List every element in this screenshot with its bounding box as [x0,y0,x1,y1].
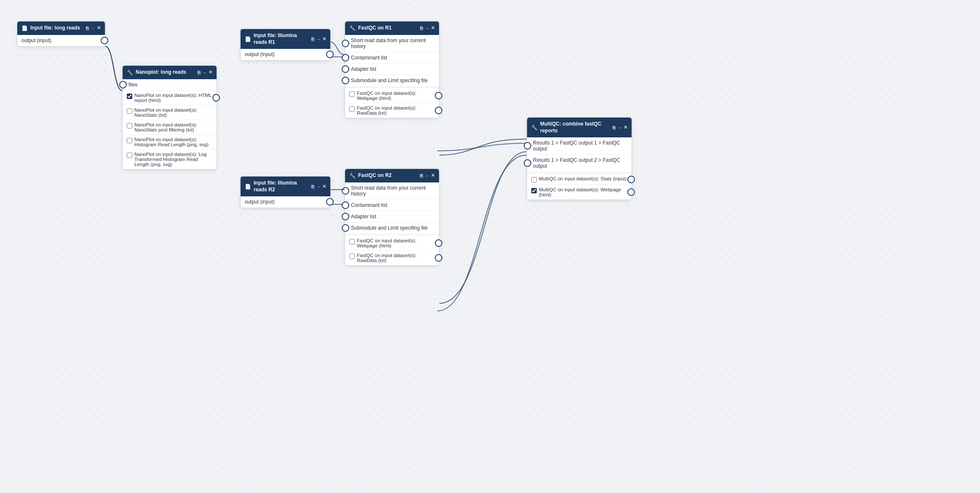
node-fastqc-r2-body: Short read data from your current histor… [345,182,439,265]
fastqc-r1-output-2: FastQC on input dataset(s): RawData (txt… [345,103,439,118]
node-nanoplot-header: 🔧 Nanoplot: long reads ⎘ → ✕ [123,66,217,79]
nanoplot-input-files-label: files [129,82,137,88]
fastqc-r2-input-2: Contaminant list [345,200,439,211]
arrow-icon-multiqc[interactable]: → [617,125,622,130]
node-input-illumina-r1-body: output (input) [241,49,330,60]
multiqc-input-2-label: Results 1 > FastQC output 2 > FastQC out… [533,157,627,169]
nanoplot-check-1[interactable] [127,94,132,99]
fastqc-r2-input-1: Short read data from your current histor… [345,182,439,200]
close-icon-fastqc-r1[interactable]: ✕ [431,25,435,31]
node-fastqc-r1: 🔧 FastQC on R1 ⎘ → ✕ Short read data fro… [345,21,439,118]
close-icon[interactable]: ✕ [97,25,101,31]
copy-icon-fastqc-r2[interactable]: ⎘ [420,173,423,178]
node-input-long-reads-title: Input file: long reads [30,25,83,32]
node-multiqc-header: 🔧 MultiQC: combine fastQC reports ⎘ → ✕ [527,118,632,137]
fastqc-r1-input-1-label: Short read data from your current histor… [351,38,435,49]
nanoplot-check-5[interactable] [127,153,132,158]
arrow-icon[interactable]: → [91,26,95,31]
node-fastqc-r2: 🔧 FastQC on R2 ⎘ → ✕ Short read data fro… [345,169,439,266]
output-label-illumina-r2: output (input) [245,199,275,205]
close-icon-nanoplot[interactable]: ✕ [209,70,212,75]
nanoplot-output-4-label: NanoPlot on input dataset(s): Histogram … [134,137,212,147]
fastqc-r2-check-1[interactable] [349,239,355,244]
tool-icon-fastqc-r2: 🔧 [349,173,356,179]
node-input-long-reads: 📄 Input file: long reads ⎘ → ✕ output (i… [17,21,105,47]
tool-icon-multiqc: 🔧 [531,125,538,131]
node-input-illumina-r2-actions[interactable]: ⎘ → ✕ [311,184,326,189]
node-fastqc-r2-header: 🔧 FastQC on R2 ⎘ → ✕ [345,169,439,182]
node-input-illumina-r1-title: Input file: Illumina reads R1 [254,32,309,46]
close-icon-r1[interactable]: ✕ [322,36,326,42]
node-fastqc-r1-actions[interactable]: ⎘ → ✕ [420,25,435,31]
multiqc-output-1: MultiQC on input dataset(s): Stats (inpu… [527,174,632,185]
node-fastqc-r2-actions[interactable]: ⎘ → ✕ [420,173,435,178]
copy-icon-r2[interactable]: ⎘ [311,184,314,189]
fastqc-r1-input-2: Contaminant list [345,52,439,64]
node-multiqc-actions[interactable]: ⎘ → ✕ [613,125,627,130]
node-nanoplot-body: files NanoPlot on input dataset(s): HTML… [123,79,217,169]
multiqc-output-2-label: MultiQC on input dataset(s): Webpage (ht… [539,187,627,197]
node-fastqc-r1-header: 🔧 FastQC on R1 ⎘ → ✕ [345,21,439,35]
copy-icon-nanoplot[interactable]: ⎘ [198,70,201,75]
node-input-long-reads-header: 📄 Input file: long reads ⎘ → ✕ [17,21,105,35]
multiqc-check-1[interactable] [531,177,537,182]
node-nanoplot: 🔧 Nanoplot: long reads ⎘ → ✕ files NanoP… [122,65,217,170]
nanoplot-output-2-label: NanoPlot on input dataset(s): NanoStats … [134,107,212,118]
close-icon-multiqc[interactable]: ✕ [624,125,627,130]
fastqc-r1-check-2[interactable] [349,106,355,112]
node-input-long-reads-body: output (input) [17,35,105,46]
fastqc-r1-check-1[interactable] [349,91,355,97]
output-label-illumina-r1: output (input) [245,51,275,57]
fastqc-r1-output-2-label: FastQC on input dataset(s): RawData (txt… [357,105,435,115]
fastqc-r2-input-2-label: Contaminant list [351,202,387,208]
nanoplot-output-5: NanoPlot on input dataset(s): Log Transf… [123,150,217,169]
multiqc-output-2: MultiQC on input dataset(s): Webpage (ht… [527,185,632,200]
nanoplot-output-5-label: NanoPlot on input dataset(s): Log Transf… [134,152,212,167]
node-fastqc-r1-title: FastQC on R1 [358,25,418,32]
node-input-long-reads-actions[interactable]: ⎘ → ✕ [86,25,101,31]
fastqc-r2-output-2: FastQC on input dataset(s): RawData (txt… [345,251,439,265]
copy-icon-multiqc[interactable]: ⎘ [613,125,616,130]
output-row-illumina-r2: output (input) [241,196,330,208]
multiqc-input-2: Results 1 > FastQC output 2 > FastQC out… [527,155,632,172]
output-label-long-reads: output (input) [21,38,51,43]
nanoplot-output-3-label: NanoPlot on input dataset(s): NanoStats … [134,122,212,132]
nanoplot-output-1: NanoPlot on input dataset(s): HTML repor… [123,91,217,105]
copy-icon[interactable]: ⎘ [86,26,89,31]
close-icon-r2[interactable]: ✕ [322,184,326,189]
arrow-icon-r1[interactable]: → [316,37,321,42]
node-fastqc-r2-title: FastQC on R2 [358,172,418,179]
fastqc-r1-input-1: Short read data from your current histor… [345,35,439,52]
multiqc-output-1-label: MultiQC on input dataset(s): Stats (inpu… [539,176,627,181]
nanoplot-check-2[interactable] [127,108,132,114]
fastqc-r1-output-1: FastQC on input dataset(s): Webpage (htm… [345,88,439,103]
node-input-illumina-r2-header: 📄 Input file: Illumina reads R2 ⎘ → ✕ [241,177,330,196]
copy-icon-r1[interactable]: ⎘ [311,37,314,42]
fastqc-r2-input-3: Adapter list [345,211,439,222]
multiqc-check-2[interactable] [531,188,537,193]
arrow-icon-nanoplot[interactable]: → [202,70,207,75]
arrow-icon-fastqc-r1[interactable]: → [425,26,429,31]
copy-icon-fastqc-r1[interactable]: ⎘ [420,26,423,31]
fastqc-r2-check-2[interactable] [349,254,355,259]
file-icon-r1: 📄 [245,36,251,42]
node-nanoplot-actions[interactable]: ⎘ → ✕ [198,70,212,75]
node-multiqc-body: Results 1 > FastQC output 1 > FastQC out… [527,137,632,200]
close-icon-fastqc-r2[interactable]: ✕ [431,173,435,178]
fastqc-r2-output-1-label: FastQC on input dataset(s): Webpage (htm… [357,238,435,248]
node-input-illumina-r1-actions[interactable]: ⎘ → ✕ [311,36,326,42]
tool-icon-nanoplot: 🔧 [127,70,133,75]
nanoplot-output-2: NanoPlot on input dataset(s): NanoStats … [123,105,217,120]
fastqc-r1-input-3: Adapter list [345,64,439,75]
nanoplot-output-3: NanoPlot on input dataset(s): NanoStats … [123,120,217,135]
workflow-canvas: 📄 Input file: long reads ⎘ → ✕ output (i… [0,0,980,493]
arrow-icon-fastqc-r2[interactable]: → [425,173,429,178]
arrow-icon-r2[interactable]: → [316,184,321,189]
fastqc-r2-output-2-label: FastQC on input dataset(s): RawData (txt… [357,253,435,263]
nanoplot-check-4[interactable] [127,138,132,143]
output-row-long-reads: output (input) [17,35,105,46]
fastqc-r2-input-4: Submodule and Limit specifing file [345,222,439,234]
fastqc-r1-output-1-label: FastQC on input dataset(s): Webpage (htm… [357,91,435,101]
nanoplot-check-3[interactable] [127,123,132,129]
nanoplot-input-files: files [123,79,217,91]
